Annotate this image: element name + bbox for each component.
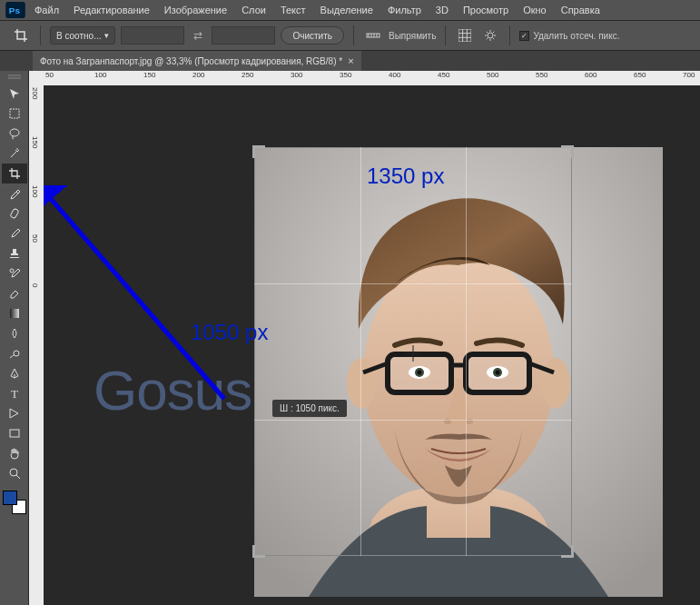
menu-layers[interactable]: Слои xyxy=(234,5,273,15)
svg-line-21 xyxy=(10,355,14,358)
ruler-horizontal: 5010015020025030035040045050055060065070… xyxy=(29,71,700,85)
document-tab[interactable]: Фото на Загранпаспорт.jpg @ 33,3% (Просм… xyxy=(33,51,361,71)
width-input[interactable] xyxy=(121,26,184,45)
menu-view[interactable]: Просмотр xyxy=(456,5,516,15)
straighten-label: Выпрямить xyxy=(389,31,436,41)
crop-grid-line xyxy=(360,147,361,556)
menu-filter[interactable]: Фильтр xyxy=(380,5,429,15)
crop-grid-line xyxy=(254,420,572,421)
crop-grid-line xyxy=(466,147,467,556)
crop-handle[interactable] xyxy=(252,545,265,558)
path-tool-icon[interactable] xyxy=(2,403,27,423)
menu-edit[interactable]: Редактирование xyxy=(66,5,157,15)
options-bar: В соотно... ⇄ Очистить Выпрямить ✓ Удали… xyxy=(0,20,700,51)
crop-handle[interactable] xyxy=(252,145,265,158)
clear-button[interactable]: Очистить xyxy=(281,26,344,45)
pen-tool-icon[interactable] xyxy=(2,363,27,383)
grid-icon[interactable] xyxy=(455,25,475,45)
svg-text:Ps: Ps xyxy=(9,5,21,15)
checkbox-icon: ✓ xyxy=(519,31,529,41)
svg-rect-15 xyxy=(10,109,19,118)
delete-cropped-label: Удалить отсеч. пикс. xyxy=(533,31,619,41)
svg-point-24 xyxy=(10,469,17,476)
marquee-tool-icon[interactable] xyxy=(2,104,27,124)
zoom-tool-icon[interactable] xyxy=(2,463,27,483)
svg-point-12 xyxy=(488,33,493,38)
svg-rect-7 xyxy=(458,29,471,42)
document-tab-title: Фото на Загранпаспорт.jpg @ 33,3% (Просм… xyxy=(40,56,342,66)
eyedropper-tool-icon[interactable] xyxy=(2,183,27,203)
wand-tool-icon[interactable] xyxy=(2,144,27,164)
document-tab-bar: Фото на Загранпаспорт.jpg @ 33,3% (Просм… xyxy=(0,51,700,71)
height-input[interactable] xyxy=(212,26,275,45)
canvas[interactable]: Gosuslugid ru xyxy=(44,85,700,605)
history-brush-tool-icon[interactable] xyxy=(2,263,27,283)
straighten-icon[interactable] xyxy=(363,25,383,45)
menu-text[interactable]: Текст xyxy=(273,5,313,15)
swap-icon[interactable]: ⇄ xyxy=(190,29,206,42)
gear-icon[interactable] xyxy=(480,25,500,45)
brush-tool-icon[interactable] xyxy=(2,223,27,243)
crop-handle[interactable] xyxy=(561,145,574,158)
ratio-dropdown[interactable]: В соотно... xyxy=(50,26,115,45)
crop-box[interactable]: 1350 px 1050 px Ш : 1050 пикс. xyxy=(254,147,572,556)
svg-text:T: T xyxy=(11,387,18,400)
menu-bar: Ps Файл Редактирование Изображение Слои … xyxy=(0,0,700,20)
menu-help[interactable]: Справка xyxy=(554,5,607,15)
separator xyxy=(40,25,41,45)
crop-width-label: 1350 px xyxy=(367,164,444,189)
svg-point-46 xyxy=(411,352,415,355)
svg-line-25 xyxy=(16,475,20,479)
toolbox: T xyxy=(0,71,29,605)
color-swatches[interactable] xyxy=(3,491,26,514)
svg-rect-23 xyxy=(10,430,19,437)
eraser-tool-icon[interactable] xyxy=(2,283,27,303)
separator xyxy=(353,25,354,45)
menu-select[interactable]: Выделение xyxy=(313,5,380,15)
menu-image[interactable]: Изображение xyxy=(157,5,234,15)
close-icon[interactable]: × xyxy=(348,55,353,66)
heal-tool-icon[interactable] xyxy=(2,203,27,223)
svg-point-16 xyxy=(10,129,19,136)
move-tool-icon[interactable] xyxy=(2,84,27,104)
svg-point-20 xyxy=(14,351,19,356)
crop-center-icon xyxy=(405,345,421,362)
fg-color[interactable] xyxy=(3,491,17,505)
photo-document: 1350 px 1050 px Ш : 1050 пикс. xyxy=(254,147,663,597)
annotation-arrow xyxy=(44,185,265,403)
stamp-tool-icon[interactable] xyxy=(2,243,27,263)
menu-3d[interactable]: 3D xyxy=(429,5,456,15)
ruler-vertical: 200150100500 xyxy=(29,85,44,605)
svg-rect-17 xyxy=(9,208,18,219)
svg-rect-19 xyxy=(10,309,19,318)
dodge-tool-icon[interactable] xyxy=(2,343,27,363)
menu-file[interactable]: Файл xyxy=(27,5,66,15)
app-logo: Ps xyxy=(4,0,27,20)
gradient-tool-icon[interactable] xyxy=(2,303,27,323)
crop-icon xyxy=(11,25,31,45)
separator xyxy=(509,25,510,45)
toolbox-handle[interactable] xyxy=(3,73,26,82)
blur-tool-icon[interactable] xyxy=(2,323,27,343)
crop-grid-line xyxy=(254,283,572,284)
lasso-tool-icon[interactable] xyxy=(2,124,27,144)
menu-window[interactable]: Окно xyxy=(516,5,554,15)
crop-handle[interactable] xyxy=(561,545,574,558)
crop-height-label: 1050 px xyxy=(191,320,268,345)
hand-tool-icon[interactable] xyxy=(2,443,27,463)
svg-point-18 xyxy=(10,269,14,273)
shape-tool-icon[interactable] xyxy=(2,423,27,443)
separator xyxy=(445,25,446,45)
delete-cropped-checkbox[interactable]: ✓ Удалить отсеч. пикс. xyxy=(519,31,619,41)
svg-line-26 xyxy=(45,193,224,399)
type-tool-icon[interactable]: T xyxy=(2,383,27,403)
crop-tool-icon[interactable] xyxy=(2,164,27,183)
crop-info-tooltip: Ш : 1050 пикс. xyxy=(272,400,347,417)
